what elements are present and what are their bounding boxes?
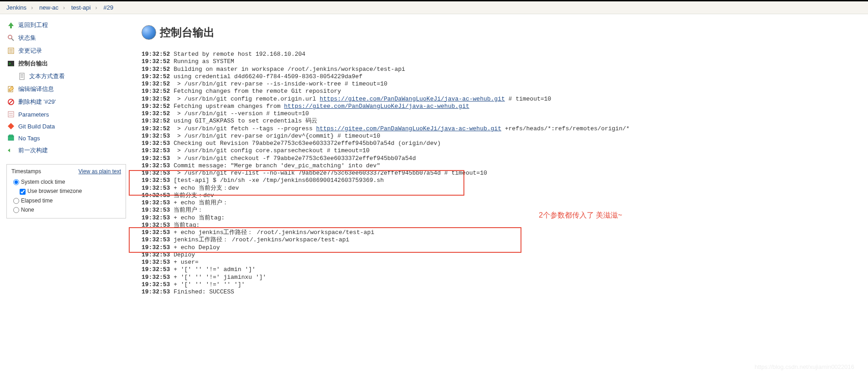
console-line: 19:32:53 [test-api] $ /bin/sh -xe /tmp/j…: [142, 177, 859, 184]
panel-title: Timestamps: [11, 168, 41, 175]
console-line: 19:32:52 > /usr/bin/git --version # time…: [142, 110, 859, 117]
console-output: 19:32:52 Started by remote host 192.168.…: [142, 51, 859, 296]
console-line: 19:32:53 + echo 当前分支：dev: [142, 185, 859, 192]
sidebar-item-label: 删除构建 '#29': [18, 98, 56, 106]
sidebar-item-edit[interactable]: 编辑编译信息: [6, 83, 132, 96]
svg-rect-19: [9, 135, 13, 137]
console-link[interactable]: https://gitee.com/PanDaWangLuoKeJi/java-…: [320, 96, 505, 102]
breadcrumb: Jenkins› new-ac› test-api› #29: [0, 1, 868, 14]
sidebar-item-label: 变更记录: [18, 47, 42, 55]
crumb-new-ac[interactable]: new-ac: [37, 4, 60, 11]
sidebar-item-git[interactable]: Git Build Data: [6, 120, 132, 132]
plain-text-link[interactable]: View as plain text: [79, 168, 121, 175]
sidebar-item-back[interactable]: 返回到工程: [6, 19, 132, 32]
crumb-test-api[interactable]: test-api: [69, 4, 93, 11]
sidebar-item-changes[interactable]: 变更记录: [6, 44, 132, 57]
console-line: 19:32:53 > /usr/bin/git checkout -f 79ab…: [142, 155, 859, 162]
console-line: 19:32:52 Running as SYSTEM: [142, 58, 859, 65]
console-line: 19:32:53 Deploy: [142, 251, 859, 259]
svg-point-0: [8, 35, 12, 39]
edit-icon: [6, 85, 16, 93]
console-line: 19:32:52 Building on master in workspace…: [142, 66, 859, 73]
sidebar-item-label: 状态集: [18, 34, 36, 42]
console-line: 19:32:53 Checking out Revision 79abbe2e7…: [142, 140, 859, 147]
console-line: 19:32:52 Started by remote host 192.168.…: [142, 51, 859, 58]
sidebar-item-status[interactable]: 状态集: [6, 32, 132, 44]
crumb-build-29[interactable]: #29: [102, 4, 116, 11]
opt-none[interactable]: None: [13, 207, 34, 213]
sidebar-item-label: 控制台输出: [18, 59, 48, 68]
console-line: 19:32:52 using GIT_ASKPASS to set creden…: [142, 117, 859, 125]
sidebar-item-label: 前一次构建: [18, 146, 48, 155]
radio-system[interactable]: [13, 179, 19, 185]
prev-arrow-icon: [6, 147, 16, 154]
changes-icon: [6, 47, 16, 54]
parameters-icon: [6, 111, 16, 118]
sidebar-item-prev[interactable]: 前一次构建: [6, 144, 132, 157]
sidebar-item-label: No Tags: [18, 135, 40, 142]
console-link[interactable]: https://gitee.com/PanDaWangLuoKeJi/java-…: [316, 125, 501, 132]
radio-elapsed[interactable]: [13, 198, 19, 204]
document-icon: [17, 73, 26, 80]
up-arrow-icon: [6, 21, 16, 29]
opt-system[interactable]: System clock time: [13, 179, 65, 185]
console-line: 19:32:52 Fetching upstream changes from …: [142, 103, 859, 110]
console-line: 19:32:52 > /usr/bin/git fetch --tags --p…: [142, 125, 859, 133]
annotation-text: 2个参数都传入了 美滋滋~: [539, 211, 622, 220]
sidebar-item-notags[interactable]: No Tags: [6, 132, 132, 144]
console-line: 19:32:52 using credential d4d66240-f784-…: [142, 73, 859, 80]
content-area: 控制台输出 19:32:52 Started by remote host 19…: [132, 14, 868, 307]
timestamps-panel: Timestamps View as plain text System clo…: [6, 164, 126, 218]
console-line: 19:32:53 jenkins工作路径： /root/.jenkins/wor…: [142, 236, 859, 244]
opt-elapsed[interactable]: Elapsed time: [13, 197, 53, 204]
sidebar-item-label: Parameters: [18, 111, 49, 118]
console-link[interactable]: https://gitee.com/PanDaWangLuoKeJi/java-…: [284, 103, 469, 110]
sidebar-item-label: 返回到工程: [18, 21, 48, 29]
console-line: 19:32:53 当前分支：dev: [142, 192, 859, 199]
notags-icon: [6, 134, 16, 142]
sidebar-item-console[interactable]: >_ 控制台输出: [6, 57, 132, 70]
svg-rect-15: [8, 112, 14, 117]
console-line: 19:32:53 + user=: [142, 259, 859, 266]
sidebar-item-label: 编辑编译信息: [18, 85, 54, 93]
search-icon: [6, 34, 16, 42]
git-icon: [6, 123, 16, 130]
console-line: 19:32:53 + echo 当前用户：: [142, 199, 859, 207]
svg-line-14: [9, 100, 13, 104]
page-title: 控制台输出: [160, 25, 215, 40]
opt-browser[interactable]: Use browser timezone: [20, 188, 82, 194]
console-line: 19:32:53 Finished: SUCCESS: [142, 288, 859, 296]
check-browser[interactable]: [20, 189, 26, 195]
sidebar: 返回到工程 状态集 变更记录 >_ 控制台输出 文本方式查看 编辑编译信息 删除…: [0, 14, 132, 307]
svg-rect-8: [20, 73, 24, 80]
console-line: 19:32:53 + echo jenkins工作路径： /root/.jenk…: [142, 229, 859, 236]
delete-icon: [6, 98, 16, 106]
sidebar-item-label: Git Build Data: [18, 123, 55, 130]
console-line: 19:32:53 当前用户：: [142, 207, 859, 214]
console-line: 19:32:52 Fetching changes from the remot…: [142, 88, 859, 95]
console-line: 19:32:53 + '[' '' '!=' jiaminxu ']': [142, 274, 859, 281]
console-line: 19:32:53 + '[' '' '!=' admin ']': [142, 266, 859, 273]
svg-text:>_: >_: [9, 62, 13, 66]
globe-icon: [142, 25, 156, 40]
sidebar-item-plaintext[interactable]: 文本方式查看: [6, 70, 132, 83]
console-line: 19:32:53 + '[' '' '!=' '' ']': [142, 281, 859, 288]
console-line: 19:32:53 Commit message: "Merge branch '…: [142, 162, 859, 170]
console-line: 19:32:53 当前tag:: [142, 222, 859, 229]
console-line: 19:32:53 > /usr/bin/git rev-parse origin…: [142, 133, 859, 140]
terminal-icon: >_: [6, 60, 16, 67]
crumb-jenkins[interactable]: Jenkins: [5, 4, 28, 11]
console-line: 19:32:53 > /usr/bin/git rev-list --no-wa…: [142, 170, 859, 177]
console-line: 19:32:52 > /usr/bin/git rev-parse --is-i…: [142, 80, 859, 88]
console-line: 19:32:53 + echo Deploy: [142, 244, 859, 251]
svg-line-1: [11, 38, 14, 41]
sidebar-item-label: 文本方式查看: [29, 72, 65, 80]
console-line: 19:32:53 + echo 当前tag:: [142, 214, 859, 222]
sidebar-item-parameters[interactable]: Parameters: [6, 108, 132, 120]
radio-none[interactable]: [13, 207, 19, 213]
console-line: 19:32:53 > /usr/bin/git config core.spar…: [142, 147, 859, 155]
sidebar-item-delete[interactable]: 删除构建 '#29': [6, 96, 132, 108]
page-title-row: 控制台输出: [142, 25, 859, 40]
console-line: 19:32:52 > /usr/bin/git config remote.or…: [142, 96, 859, 103]
